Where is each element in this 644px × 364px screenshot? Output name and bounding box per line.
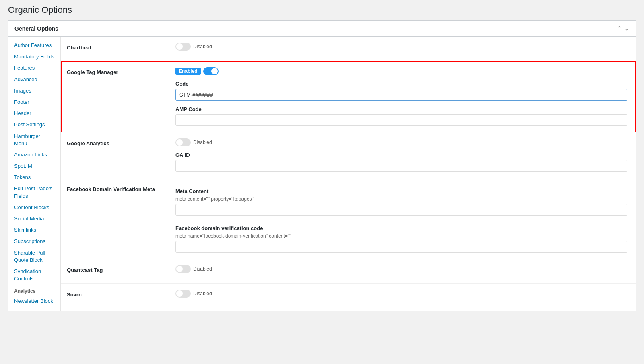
meta-content-input[interactable] (175, 204, 627, 216)
toggle-thumb-sovrn (176, 290, 183, 297)
sidebar-item-features[interactable]: Features (8, 62, 60, 74)
panel-body: Author Features Mandatory Fields Feature… (8, 37, 636, 311)
section-label-gtm: Google Tag Manager (61, 61, 167, 132)
toggle-row-quantcast: Disabled (175, 265, 627, 273)
toggle-label-quantcast: Disabled (193, 266, 212, 272)
toggle-label-sovrn: Disabled (193, 291, 212, 296)
toggle-row-gtm: Enabled (175, 67, 627, 75)
sidebar-item-subscriptions[interactable]: Subscriptions (8, 236, 60, 247)
field-label-code: Code (175, 81, 627, 87)
sidebar-item-content-blocks[interactable]: Content Blocks (8, 202, 60, 213)
sidebar-item-author-features[interactable]: Author Features (8, 40, 60, 51)
sidebar-item-advanced[interactable]: Advanced (8, 74, 60, 85)
sidebar-item-edit-post[interactable]: Edit Post Page's Fields (8, 183, 60, 202)
section-chartbeat: Chartbeat Disabled (61, 37, 636, 61)
toggle-track-sovrn[interactable] (175, 290, 191, 298)
sidebar-item-syndication-controls[interactable]: Syndication Controls (8, 266, 60, 284)
toggle-thumb-gtm (211, 68, 218, 74)
section-facebook-domain: Facebook Domain Verification Meta Meta C… (61, 178, 636, 259)
toggle-track-quantcast[interactable] (175, 265, 191, 273)
code-input[interactable] (175, 89, 627, 101)
field-label-ga-id: GA ID (175, 152, 627, 158)
toggle-track-chartbeat[interactable] (175, 43, 191, 51)
amp-code-input[interactable] (175, 114, 627, 126)
page-header: Organic Options (0, 0, 644, 20)
sidebar-item-amazon-links[interactable]: Amazon Links (8, 149, 60, 160)
panel-header: General Options ⌃ ⌄ (8, 21, 636, 37)
section-content-sovrn: Disabled (167, 284, 636, 308)
section-quantcast: Quantcast Tag Disabled (61, 259, 636, 284)
section-content-gtm: Enabled Code AMP Code (167, 61, 636, 132)
field-label-fb-verification: Facebook domain verification code (175, 225, 627, 231)
sidebar-item-skimlinks[interactable]: Skimlinks (8, 224, 60, 236)
fb-verification-input[interactable] (175, 241, 627, 253)
sidebar-item-header[interactable]: Header (8, 108, 60, 119)
sidebar-analytics-section: Analytics (8, 284, 60, 296)
ga-id-input[interactable] (175, 160, 627, 172)
sidebar-item-sharable-pull-quote[interactable]: Sharable Pull Quote Block (8, 247, 60, 266)
section-content-facebook: Meta Content meta content="" property="f… (167, 178, 636, 259)
section-label-quantcast: Quantcast Tag (61, 259, 167, 283)
sidebar-item-footer[interactable]: Footer (8, 97, 60, 108)
section-label-chartbeat: Chartbeat (61, 37, 167, 61)
toggle-track-ga[interactable] (175, 138, 191, 146)
field-label-amp-code: AMP Code (175, 106, 627, 112)
toggle-row-ga: Disabled (175, 138, 627, 146)
field-sublabel-meta-content: meta content="" property="fb:pages" (175, 196, 627, 202)
section-content-quantcast: Disabled (167, 259, 636, 283)
panel-title: General Options (14, 25, 58, 32)
chevron-down-icon[interactable]: ⌃ (617, 25, 622, 32)
field-label-meta-content: Meta Content (175, 188, 627, 194)
section-label-ga: Google Analytics (61, 132, 167, 178)
toggle-label-enabled-gtm: Enabled (175, 68, 201, 75)
page-title: Organic Options (8, 5, 636, 15)
toggle-thumb-chartbeat (176, 43, 183, 50)
toggle-row-sovrn: Disabled (175, 290, 627, 298)
sidebar: Author Features Mandatory Fields Feature… (8, 37, 61, 311)
section-google-analytics: Google Analytics Disabled GA ID (61, 132, 636, 178)
section-content-ga: Disabled GA ID (167, 132, 636, 178)
section-content-chartbeat: Disabled (167, 37, 636, 61)
sidebar-item-newsletter-block[interactable]: Newsletter Block (8, 296, 60, 307)
section-label-sovrn: Sovrn (61, 284, 167, 308)
content-area: Chartbeat Disabled Google Tag Manager (61, 37, 636, 311)
field-sublabel-fb-verification: meta name="facebook-domain-verification"… (175, 233, 627, 239)
toggle-track-gtm[interactable] (203, 67, 219, 75)
toggle-label-chartbeat: Disabled (193, 44, 212, 49)
sidebar-item-mandatory-fields[interactable]: Mandatory Fields (8, 51, 60, 62)
section-google-tag-manager: Google Tag Manager Enabled Code AMP Code (61, 61, 636, 132)
chevron-up-icon[interactable]: ⌄ (624, 25, 630, 32)
sidebar-item-hamburger-menu[interactable]: Hamburger Menu (8, 131, 60, 149)
panel: General Options ⌃ ⌄ Author Features Mand… (8, 20, 636, 311)
sidebar-item-images[interactable]: Images (8, 85, 60, 97)
section-sovrn: Sovrn Disabled (61, 284, 636, 308)
toggle-thumb-ga (176, 139, 183, 146)
main-container: General Options ⌃ ⌄ Author Features Mand… (8, 20, 636, 311)
sidebar-item-tokens[interactable]: Tokens (8, 172, 60, 183)
toggle-row-chartbeat: Disabled (175, 43, 627, 51)
toggle-label-ga: Disabled (193, 140, 212, 145)
panel-toggle-icons[interactable]: ⌃ ⌄ (617, 25, 630, 32)
section-label-facebook: Facebook Domain Verification Meta (61, 178, 167, 259)
sidebar-item-social-media[interactable]: Social Media (8, 213, 60, 224)
sidebar-item-post-settings[interactable]: Post Settings (8, 119, 60, 130)
toggle-thumb-quantcast (176, 266, 183, 272)
sidebar-item-spot-im[interactable]: Spot.IM (8, 160, 60, 172)
